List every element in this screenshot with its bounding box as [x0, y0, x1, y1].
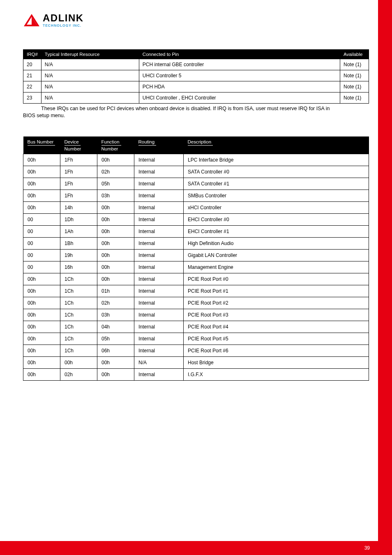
table-cell: 00h: [97, 273, 134, 285]
table-cell: SATA Controller #1: [184, 178, 369, 190]
table-cell: PCH HDA: [139, 81, 340, 92]
table-row: 001Ah00hInternalEHCI Controller #1: [23, 225, 369, 237]
table-cell: 00: [23, 225, 60, 237]
table-row: 00h00h00hN/AHost Bridge: [23, 356, 369, 368]
logo-text-main: ADLINK: [43, 12, 84, 23]
col-function-number: FunctionNumber: [97, 136, 134, 154]
table-cell: 1Dh: [60, 213, 97, 225]
table-cell: 00: [23, 249, 60, 261]
table-cell: 06h: [97, 345, 134, 356]
table-row: 00h1Fh00hInternalLPC Interface Bridge: [23, 154, 369, 166]
table-cell: PCIE Root Port #6: [184, 345, 369, 356]
table-cell: 00h: [97, 213, 134, 225]
table-cell: 00h: [23, 309, 60, 321]
table-cell: 00h: [23, 297, 60, 309]
table-cell: Internal: [134, 345, 184, 356]
table-cell: 1Ch: [60, 333, 97, 345]
table-cell: 00h: [97, 154, 134, 166]
table-cell: 00h: [60, 356, 97, 368]
table-cell: 01h: [97, 285, 134, 297]
table-cell: 04h: [97, 321, 134, 333]
brand-logo: ADLINK TECHNOLOGY INC.: [23, 13, 84, 28]
table-cell: Note (1): [340, 59, 369, 70]
table-row: 22N/APCH HDANote (1): [23, 81, 369, 92]
table-cell: N/A: [41, 59, 139, 70]
table-row: 00h1Ch05hInternalPCIE Root Port #5: [23, 333, 369, 345]
table-cell: 00: [23, 261, 60, 273]
note-text: These IRQs can be used for PCI devices w…: [23, 105, 369, 119]
irq-table: IRQ# Typical Intterupt Resource Connecte…: [23, 49, 369, 104]
table-cell: Internal: [134, 368, 184, 380]
table-cell: 03h: [97, 309, 134, 321]
table-cell: Internal: [134, 225, 184, 237]
table-cell: EHCI Controller #1: [184, 225, 369, 237]
table-cell: 00: [23, 237, 60, 249]
table-cell: Internal: [134, 261, 184, 273]
table-cell: 19h: [60, 249, 97, 261]
table-cell: 21: [23, 70, 42, 81]
table-row: 00h14h00hInternalxHCI Controller: [23, 201, 369, 213]
table-cell: 1Bh: [60, 237, 97, 249]
table-row: 001Bh00hInternalHigh Definition Audio: [23, 237, 369, 249]
page-content: IRQ# Typical Intterupt Resource Connecte…: [23, 49, 369, 381]
table-cell: UHCI Controller 5: [139, 70, 340, 81]
col-irq: IRQ#: [23, 50, 42, 59]
table-row: 00h1Ch01hInternalPCIE Root Port #1: [23, 285, 369, 297]
table-cell: Host Bridge: [184, 356, 369, 368]
table-header-row: Bus Number DeviceNumber FunctionNumber R…: [23, 136, 369, 154]
col-routing: Routing: [134, 136, 184, 154]
table-cell: 1Fh: [60, 154, 97, 166]
table-cell: 00h: [23, 190, 60, 201]
table-row: 21N/AUHCI Controller 5Note (1): [23, 70, 369, 81]
table-cell: High Definition Audio: [184, 237, 369, 249]
table-cell: 1Ch: [60, 297, 97, 309]
table-cell: N/A: [41, 81, 139, 92]
table-cell: PCIE Root Port #2: [184, 297, 369, 309]
table-cell: 02h: [97, 166, 134, 178]
table-cell: 00h: [23, 154, 60, 166]
table-cell: 1Fh: [60, 190, 97, 201]
table-cell: 23: [23, 92, 42, 104]
table-cell: 00h: [97, 261, 134, 273]
table-cell: 00h: [23, 166, 60, 178]
table-cell: Internal: [134, 309, 184, 321]
col-bus-number: Bus Number: [23, 136, 60, 154]
table-cell: 05h: [97, 333, 134, 345]
table-row: 00h1Ch00hInternalPCIE Root Port #0: [23, 273, 369, 285]
col-description: Description: [184, 136, 369, 154]
col-resource: Typical Intterupt Resource: [41, 50, 139, 59]
table-cell: 00h: [97, 249, 134, 261]
table-cell: 1Ch: [60, 285, 97, 297]
table-row: 00h1Ch04hInternalPCIE Root Port #4: [23, 321, 369, 333]
table-cell: 02h: [97, 297, 134, 309]
table-cell: 00h: [23, 345, 60, 356]
table-cell: 1Ch: [60, 309, 97, 321]
table-cell: N/A: [41, 70, 139, 81]
table-cell: 05h: [97, 178, 134, 190]
table-cell: Internal: [134, 249, 184, 261]
table-cell: 1Fh: [60, 166, 97, 178]
table-row: 23N/AUHCI Controller , EHCI ControllerNo…: [23, 92, 369, 104]
table-cell: Internal: [134, 166, 184, 178]
logo-triangle-icon: [23, 13, 40, 28]
table-cell: 00h: [97, 237, 134, 249]
table-cell: Internal: [134, 273, 184, 285]
table-cell: PCIE Root Port #1: [184, 285, 369, 297]
table-cell: 00h: [23, 201, 60, 213]
table-cell: N/A: [134, 356, 184, 368]
table-cell: Note (1): [340, 92, 369, 104]
table-cell: LPC Interface Bridge: [184, 154, 369, 166]
table-cell: 00: [23, 213, 60, 225]
logo-text-sub: TECHNOLOGY INC.: [43, 23, 81, 28]
table-cell: xHCI Controller: [184, 201, 369, 213]
table-cell: 1Ah: [60, 225, 97, 237]
table-cell: Internal: [134, 321, 184, 333]
table-row: 0019h00hInternalGigabit LAN Controller: [23, 249, 369, 261]
table-cell: Internal: [134, 213, 184, 225]
table-cell: Internal: [134, 178, 184, 190]
table-row: 001Dh00hInternalEHCI Controller #0: [23, 213, 369, 225]
table-cell: EHCI Controller #0: [184, 213, 369, 225]
table-cell: 00h: [23, 333, 60, 345]
table-cell: Internal: [134, 201, 184, 213]
table-cell: PCIE Root Port #5: [184, 333, 369, 345]
